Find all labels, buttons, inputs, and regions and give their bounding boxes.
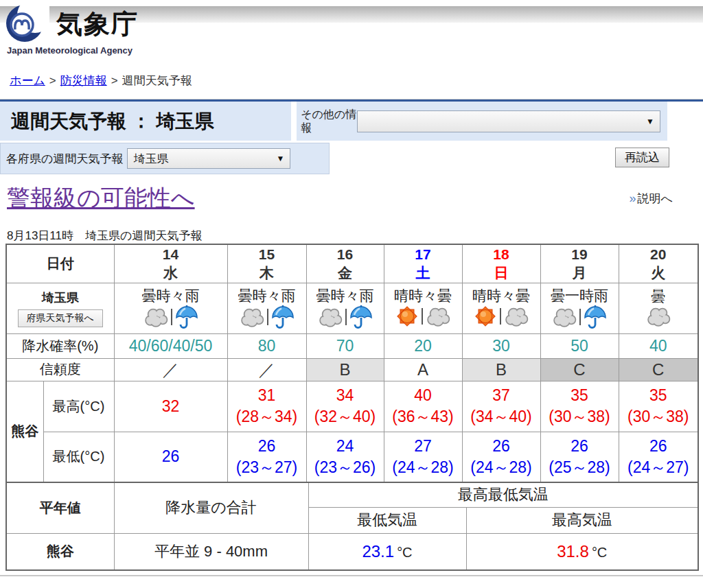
day-header-cell: 18日	[462, 244, 540, 283]
breadcrumb-home-link[interactable]: ホーム	[10, 74, 45, 87]
weather-cell: 曇時々雨	[114, 283, 227, 333]
band-gap	[291, 102, 297, 141]
day-header-cell: 14水	[114, 244, 227, 283]
weather-cell: 晴時々曇	[384, 283, 462, 333]
prefecture-select-value: 埼玉県	[133, 151, 168, 167]
cloud-icon	[504, 305, 529, 327]
reliability-cell: A	[384, 358, 462, 381]
agency-title: 気象庁	[56, 7, 139, 42]
city-label: 熊谷	[6, 381, 43, 482]
umbrella-icon	[271, 305, 295, 329]
breadcrumb-separator: >	[49, 74, 56, 87]
prefecture-forecast-button[interactable]: 府県天気予報へ	[18, 309, 103, 327]
max-temp-normal-label: 最高気温	[466, 507, 698, 533]
min-temp-cell: 26(24～28)	[462, 432, 540, 482]
area-label: 埼玉県	[7, 290, 114, 306]
max-temp-cell: 31(28～34)	[227, 381, 306, 432]
reliability-cell: C	[619, 358, 698, 381]
day-header-cell: 20火	[619, 244, 698, 283]
other-info-select[interactable]: ▼	[357, 110, 660, 132]
area-cell: 埼玉県 府県天気予報へ	[6, 283, 114, 333]
reliability-cell: B	[462, 358, 540, 381]
cloud-icon	[143, 306, 168, 328]
max-temp-normal-value-cell: 31.8°C	[466, 533, 698, 570]
icon-separator	[345, 309, 347, 325]
other-info-label: その他の情報	[301, 108, 357, 134]
climatological-normals-table: 平年値 降水量の合計 最高最低気温 最低気温 最高気温 熊谷 平年並 9 - 4…	[5, 482, 699, 571]
normals-city-label: 熊谷	[6, 533, 114, 570]
date-header-row: 日付 14水15木16金17土18日19月20火	[6, 244, 698, 283]
max-temp-cell: 34(32～40)	[306, 381, 384, 432]
icon-separator	[267, 309, 268, 325]
issued-datetime-caption: 8月13日11時 埼玉県の週間天気予報	[7, 228, 703, 244]
precip-sum-label: 降水量の合計	[114, 482, 308, 533]
footer-divider	[0, 575, 703, 576]
breadcrumb: ホーム>防災情報>週間天気予報	[10, 73, 703, 89]
min-temp-cell: 26(25～28)	[540, 432, 619, 482]
cloud-icon	[318, 306, 343, 328]
precip-cell: 50	[540, 333, 619, 358]
icon-separator	[171, 309, 172, 325]
reliability-cell: ／	[114, 358, 227, 381]
precip-cell: 80	[227, 333, 306, 358]
temp-normals-header: 最高最低気温	[308, 482, 698, 507]
precip-cell: 40	[619, 333, 698, 358]
breadcrumb-bosai-link[interactable]: 防災情報	[60, 74, 107, 87]
explanation-link-label: 説明へ	[638, 192, 673, 205]
precip-cell: 70	[306, 333, 384, 358]
min-temp-cell: 26	[114, 432, 227, 482]
warning-level-link[interactable]: 警報級の可能性へ	[7, 183, 195, 214]
reliability-label: 信頼度	[6, 358, 114, 381]
umbrella-icon	[175, 305, 198, 329]
day-header-cell: 19月	[540, 244, 619, 283]
min-temp-normal-value: 23.1	[362, 542, 394, 561]
max-temp-cell: 35(30～38)	[540, 381, 619, 432]
chevron-down-icon: ▼	[646, 117, 654, 126]
icon-separator	[500, 308, 501, 325]
precip-normal-value: 平年並 9 - 40mm	[114, 533, 308, 570]
weekly-forecast-table: 日付 14水15木16金17土18日19月20火 埼玉県 府県天気予報へ 曇時々…	[5, 244, 699, 483]
prefecture-select-label: 各府県の週間天気予報	[6, 151, 123, 167]
reload-button[interactable]: 再読込	[615, 148, 669, 167]
prefecture-row: 各府県の週間天気予報 埼玉県 ▼ 再読込	[0, 143, 703, 174]
weather-cell: 晴時々曇	[462, 283, 540, 333]
weather-cell: 曇一時雨	[540, 283, 619, 333]
max-temp-row: 熊谷 最高(°C) 3231(28～34)34(32～40)40(36～43)3…	[6, 381, 698, 432]
icon-separator	[422, 308, 423, 325]
breadcrumb-separator: >	[111, 74, 118, 87]
masthead: 気象庁	[5, 3, 139, 45]
jma-logo-icon[interactable]	[5, 3, 49, 45]
reliability-cell: C	[540, 358, 619, 381]
min-temp-cell: 26(24～27)	[619, 432, 698, 482]
precip-cell: 30	[462, 333, 540, 358]
warning-row: 警報級の可能性へ »説明へ	[7, 183, 673, 214]
max-temp-cell: 40(36～43)	[384, 381, 462, 432]
reliability-cell: ／	[227, 358, 306, 381]
page-title: 週間天気予報 ： 埼玉県	[0, 102, 291, 141]
cloud-icon	[552, 306, 577, 328]
reliability-row: 信頼度 ／／BABCC	[6, 358, 698, 381]
min-temp-cell: 27(24～28)	[384, 432, 462, 482]
site-header: 気象庁 Japan Meteorological Agency	[0, 0, 703, 66]
max-temp-cell: 37(34～40)	[462, 381, 540, 432]
day-header-cell: 15木	[227, 244, 306, 283]
normals-header-row: 平年値 降水量の合計 最高最低気温	[6, 482, 698, 507]
min-temp-normal-value-cell: 23.1°C	[308, 533, 466, 570]
max-temp-unit: °C	[592, 545, 607, 560]
explanation-link[interactable]: »説明へ	[630, 191, 673, 207]
weather-cell: 曇	[619, 283, 698, 333]
normals-label: 平年値	[6, 482, 114, 533]
max-temp-cell: 32	[114, 381, 227, 432]
precip-cell: 20	[384, 333, 462, 358]
day-header-cell: 17土	[384, 244, 462, 283]
max-temp-normal-value: 31.8	[557, 542, 589, 561]
min-temp-unit: °C	[397, 545, 412, 560]
weather-cell: 曇時々雨	[306, 283, 384, 333]
prefecture-select[interactable]: 埼玉県 ▼	[127, 148, 290, 169]
sun-icon	[474, 305, 497, 328]
chevron-down-icon: ▼	[277, 154, 285, 163]
day-header-cell: 16金	[306, 244, 384, 283]
umbrella-icon	[584, 305, 607, 329]
other-info-box: その他の情報 ▼	[297, 102, 667, 141]
weather-row: 埼玉県 府県天気予報へ 曇時々雨曇時々雨曇時々雨晴時々曇晴時々曇曇一時雨曇	[6, 283, 698, 333]
